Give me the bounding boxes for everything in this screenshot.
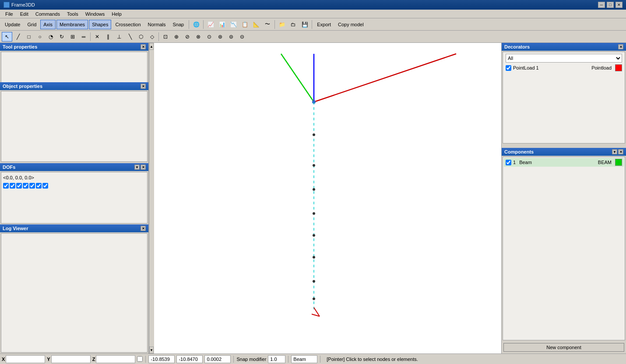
snap-tool6[interactable]: ⊛ — [215, 32, 225, 42]
dofs-checks — [3, 183, 145, 189]
menu-help[interactable]: Help — [108, 10, 125, 18]
dof-check-5[interactable] — [29, 183, 35, 189]
dof-check-7[interactable] — [42, 183, 48, 189]
snap-tool3[interactable]: ⊘ — [182, 32, 193, 42]
update-button[interactable]: Update — [2, 20, 23, 29]
dot-5 — [313, 234, 315, 237]
sep6 — [158, 32, 159, 41]
x-field: X — [2, 355, 45, 363]
copy-model-button[interactable]: Copy model — [335, 20, 367, 29]
component-check-1[interactable] — [506, 160, 511, 165]
polygon-tool[interactable]: ⬡ — [136, 32, 146, 42]
export-button[interactable]: Export — [314, 20, 334, 29]
log-viewer-close[interactable]: ✕ — [141, 226, 146, 231]
perp-tool[interactable]: ⊥ — [114, 32, 124, 42]
grid-button[interactable]: Grid — [24, 20, 39, 29]
object-properties-label: Object properties — [3, 84, 42, 89]
snap-tool4[interactable]: ⊗ — [193, 32, 204, 42]
normals-button[interactable]: Normals — [145, 20, 169, 29]
grid-tool[interactable]: ⊞ — [67, 32, 78, 42]
menu-windows[interactable]: Windows — [82, 10, 109, 18]
minimize-button[interactable]: ─ — [598, 2, 605, 8]
crossection-button[interactable]: Crossection — [112, 20, 144, 29]
component-row-1: 1 Beam BEAM — [504, 158, 624, 167]
sep4 — [312, 20, 312, 29]
scroll-up[interactable]: ▲ — [149, 43, 154, 50]
left-scrollbar[interactable]: ▲ ▼ — [149, 43, 154, 354]
scroll-down[interactable]: ▼ — [149, 346, 154, 354]
toolbar2: ↖ ╱ □ ○ ◔ ↻ ⊞ ═ ✕ ∥ ⊥ ╲ ⬡ ◇ ⊡ ⊕ ⊘ ⊗ ⊙ ⊛ … — [0, 31, 626, 43]
new-component-button[interactable]: New component — [503, 343, 624, 352]
main-layout: Tool properties ✕ Object properties ✕ — [0, 43, 626, 354]
components-content: 1 Beam BEAM — [503, 157, 625, 340]
diag-tool[interactable]: ╲ — [125, 32, 135, 42]
z-field: Z — [92, 355, 136, 363]
cross-tool[interactable]: ✕ — [92, 32, 102, 42]
components-panel: Components ▼ ✕ 1 Beam BEAM New component — [502, 148, 626, 354]
main-canvas[interactable] — [154, 43, 501, 354]
app-icon — [4, 2, 10, 8]
components-expand[interactable]: ▼ — [612, 149, 617, 154]
icon-btn-chart5[interactable]: 📐 — [251, 20, 261, 29]
dofs-expand[interactable]: ▼ — [134, 164, 140, 170]
icon-btn-chart3[interactable]: 📉 — [228, 20, 239, 29]
icon-btn-chart4[interactable]: 📋 — [239, 20, 250, 29]
z-input[interactable] — [96, 355, 135, 363]
shapes-button[interactable]: Shapes — [89, 20, 111, 29]
object-properties-close[interactable]: ✕ — [141, 84, 146, 89]
icon-btn-chart6[interactable]: 〜 — [262, 20, 273, 29]
tool-properties-close[interactable]: ✕ — [141, 44, 146, 49]
dof-check-2[interactable] — [10, 183, 15, 189]
dofs-close[interactable]: ✕ — [141, 164, 146, 170]
x-input[interactable] — [6, 355, 45, 363]
component-id-1: 1 — [513, 160, 516, 165]
pointer-tool[interactable]: ↖ — [2, 32, 12, 42]
folder-open-button[interactable]: 📁 — [277, 20, 287, 29]
menu-tools[interactable]: Tools — [63, 10, 82, 18]
decorator-check-1[interactable] — [506, 65, 511, 71]
icon-btn-chart1[interactable]: 📈 — [205, 20, 216, 29]
close-button[interactable]: ✕ — [615, 2, 622, 8]
y-coord-display: -10.8470 — [176, 355, 203, 363]
snap-tool7[interactable]: ⊜ — [226, 32, 236, 42]
snap-tool1[interactable]: ⊡ — [160, 32, 171, 42]
dofs-panel: DOFs ▼ ✕ <0.0, 0.0, 0.0> — [0, 163, 148, 224]
scroll-track — [149, 50, 154, 346]
menu-commands[interactable]: Commands — [32, 10, 63, 18]
decorators-content: All PointLoad 1 Pointload — [503, 52, 625, 144]
canvas-area[interactable] — [154, 43, 501, 354]
dof-check-6[interactable] — [36, 183, 42, 189]
dof-check-4[interactable] — [23, 183, 28, 189]
maximize-button[interactable]: □ — [607, 2, 614, 8]
menu-file[interactable]: File — [2, 10, 17, 18]
status-checkbox[interactable] — [137, 356, 143, 362]
dof-check-1[interactable] — [3, 183, 9, 189]
folder-button[interactable]: 🗀 — [288, 20, 299, 29]
rotate-tool[interactable]: ↻ — [56, 32, 67, 42]
icon-btn-globe[interactable]: 🌐 — [191, 20, 201, 29]
snap-tool8[interactable]: ⊝ — [237, 32, 247, 42]
dofs-content: <0.0, 0.0, 0.0> — [1, 172, 148, 224]
axis-button[interactable]: Axis — [40, 20, 56, 29]
rect-tool[interactable]: □ — [24, 32, 34, 42]
dot-8 — [313, 298, 315, 300]
save-button[interactable]: 💾 — [299, 20, 310, 29]
beam-tool[interactable]: ═ — [78, 32, 89, 42]
sep1 — [189, 20, 189, 29]
decorator-filter-select[interactable]: All — [506, 54, 622, 63]
arc-tool[interactable]: ◔ — [46, 32, 56, 42]
membranes-button[interactable]: Membranes — [56, 20, 88, 29]
dof-check-3[interactable] — [16, 183, 22, 189]
snap-button[interactable]: Snap — [169, 20, 187, 29]
snap-tool2[interactable]: ⊕ — [171, 32, 182, 42]
line-tool[interactable]: ╱ — [13, 32, 23, 42]
y-input[interactable] — [51, 355, 91, 363]
parallel-tool[interactable]: ∥ — [103, 32, 113, 42]
diamond-tool[interactable]: ◇ — [147, 32, 157, 42]
decorators-close[interactable]: ✕ — [618, 44, 623, 49]
circle-tool[interactable]: ○ — [35, 32, 45, 42]
components-close[interactable]: ✕ — [618, 149, 623, 154]
menu-edit[interactable]: Edit — [17, 10, 32, 18]
icon-btn-chart2[interactable]: 📊 — [217, 20, 227, 29]
snap-tool5[interactable]: ⊙ — [204, 32, 215, 42]
